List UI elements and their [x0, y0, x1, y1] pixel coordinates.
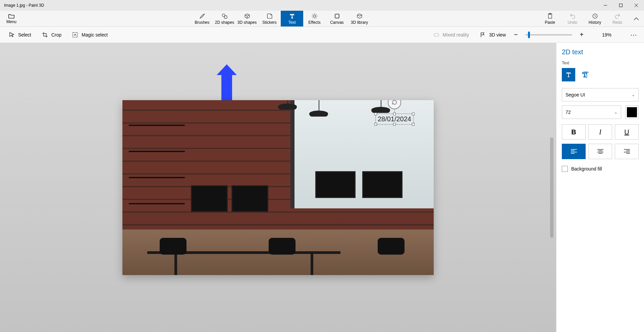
paste-button[interactable]: Paste	[539, 11, 561, 26]
collapse-panel-button[interactable]	[629, 11, 644, 26]
tab-label: Brushes	[195, 20, 209, 25]
monitor	[231, 185, 268, 212]
folder-icon	[8, 13, 14, 19]
text-section-label: Text	[562, 61, 639, 65]
tab-canvas[interactable]: Canvas	[326, 11, 348, 26]
window-controls	[598, 0, 644, 11]
effects-icon	[311, 13, 318, 19]
tab-stickers[interactable]: Stickers	[258, 11, 281, 26]
tool-tabs: Brushes 2D shapes 3D shapes Stickers Tex…	[191, 11, 371, 26]
tab-effects[interactable]: Effects	[303, 11, 326, 26]
tab-3d-library[interactable]: 3D library	[348, 11, 371, 26]
italic-button[interactable]: I	[588, 124, 612, 140]
brush-icon	[199, 13, 206, 19]
canvas-image[interactable]: 28/01/2024	[122, 100, 434, 275]
size-value: 72	[566, 110, 571, 115]
tab-label: Effects	[308, 20, 320, 25]
checkbox-box[interactable]	[562, 166, 568, 172]
pendant-lamp	[309, 111, 328, 117]
svg-rect-12	[434, 34, 439, 36]
svg-rect-7	[335, 14, 339, 18]
align-right-button[interactable]	[615, 144, 639, 159]
align-center-button[interactable]	[588, 144, 612, 159]
tab-3d-shapes[interactable]: 3D shapes	[236, 11, 258, 26]
main: 28/01/2024 2D text Text	[0, 43, 644, 332]
shapes3d-icon	[244, 13, 251, 19]
button-label: Redo	[612, 20, 622, 25]
tab-label: Text	[288, 20, 296, 25]
magic-select-button[interactable]: Magic select	[67, 27, 113, 43]
shapes2d-icon	[221, 13, 228, 19]
bold-button[interactable]: B	[562, 124, 586, 140]
more-button[interactable]: ⋯	[627, 27, 641, 43]
maximize-button[interactable]	[613, 0, 629, 11]
resize-handle[interactable]	[393, 123, 396, 126]
chevron-down-icon: ⌄	[614, 110, 618, 115]
canvas-area[interactable]: 28/01/2024	[0, 43, 556, 332]
zoom-slider[interactable]	[525, 34, 572, 36]
text-color-swatch[interactable]	[625, 106, 639, 119]
minimize-button[interactable]	[598, 0, 613, 11]
align-left-icon	[571, 149, 577, 154]
tab-text[interactable]: Text	[281, 11, 303, 26]
tab-label: Stickers	[262, 20, 277, 25]
close-button[interactable]	[629, 0, 644, 11]
font-value: Segoe UI	[566, 92, 585, 97]
crop-button[interactable]: Crop	[37, 27, 67, 43]
background-fill-checkbox[interactable]: Background fill	[562, 166, 639, 172]
pendant-lamp	[278, 104, 297, 110]
text3d-icon	[581, 71, 588, 78]
annotation-arrow	[221, 74, 232, 103]
monitor	[362, 171, 402, 198]
button-label: History	[589, 20, 601, 25]
svg-point-6	[313, 15, 316, 17]
undo-button[interactable]: Undo	[561, 11, 584, 26]
zoom-out-button[interactable]: −	[511, 30, 521, 40]
paste-icon	[546, 13, 554, 19]
button-label: 3D view	[489, 32, 506, 38]
resize-handle[interactable]	[412, 123, 415, 126]
resize-handle[interactable]	[393, 113, 396, 115]
history-icon	[591, 13, 599, 19]
style-buttons: B I U	[562, 124, 639, 140]
underline-button[interactable]: U	[615, 124, 639, 140]
flag-icon	[480, 32, 486, 38]
zoom-in-button[interactable]: +	[577, 30, 586, 40]
3d-view-button[interactable]: 3D view	[474, 27, 511, 43]
menu-button[interactable]: Menu	[0, 11, 23, 26]
cursor-icon	[9, 32, 15, 38]
magic-select-icon	[72, 32, 78, 38]
color-chip	[627, 107, 637, 117]
font-select[interactable]: Segoe UI ⌄	[562, 88, 639, 102]
vertical-scrollbar[interactable]	[550, 137, 553, 238]
select-button[interactable]: Select	[3, 27, 37, 43]
2d-text-mode[interactable]	[562, 68, 575, 81]
align-left-button[interactable]	[562, 144, 586, 159]
tab-label: 2D shapes	[215, 20, 234, 25]
titlebar: Image 1.jpg - Paint 3D	[0, 0, 644, 11]
align-buttons	[562, 144, 639, 159]
text-icon	[288, 13, 296, 19]
zoom-percent[interactable]: 19%	[599, 32, 615, 38]
canvas-icon	[333, 13, 341, 19]
chevron-up-icon	[634, 17, 639, 20]
button-label: Mixed reality	[443, 32, 469, 38]
redo-button[interactable]: Redo	[606, 11, 629, 26]
3d-text-mode[interactable]	[578, 68, 591, 81]
tab-2d-shapes[interactable]: 2D shapes	[213, 11, 236, 26]
crop-icon	[42, 32, 48, 38]
history-button[interactable]: History	[584, 11, 606, 26]
align-center-icon	[597, 149, 603, 154]
rotate-icon	[391, 100, 397, 106]
text-content[interactable]: 28/01/2024	[378, 115, 411, 123]
resize-handle[interactable]	[374, 123, 377, 126]
text-box[interactable]: 28/01/2024	[375, 114, 414, 125]
font-size-select[interactable]: 72 ⌄	[562, 106, 621, 119]
checkbox-label: Background fill	[571, 166, 602, 172]
resize-handle[interactable]	[374, 113, 377, 115]
headset-icon	[433, 32, 439, 38]
panel-title: 2D text	[562, 48, 639, 56]
resize-handle[interactable]	[412, 113, 415, 115]
tab-brushes[interactable]: Brushes	[191, 11, 213, 26]
svg-rect-1	[620, 4, 623, 7]
